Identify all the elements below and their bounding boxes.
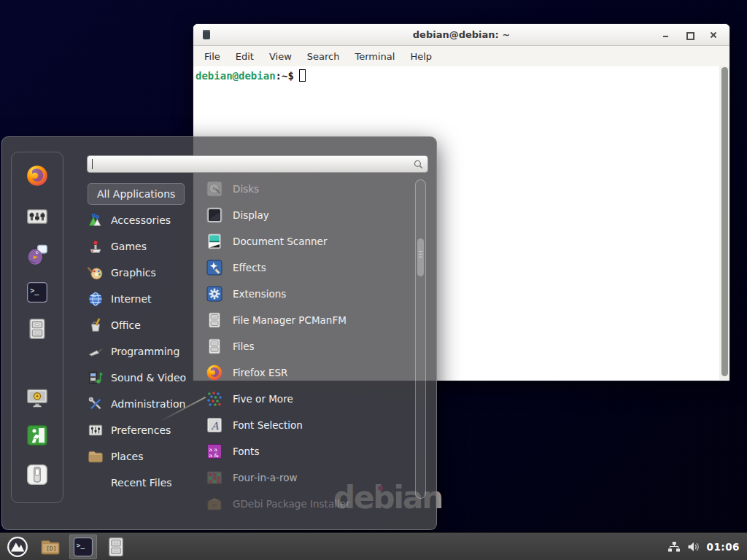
favorite-shutdown[interactable]	[24, 462, 50, 488]
application-list-scrollbar[interactable]	[415, 179, 426, 499]
network-icon[interactable]	[667, 541, 681, 553]
app-label: GDebi Package Installer	[233, 498, 350, 510]
file-cabinet-icon	[206, 311, 223, 329]
favorite-logout[interactable]	[24, 422, 50, 448]
application-list-scrollbar-thumb[interactable]	[417, 238, 424, 276]
sound-video-icon	[88, 370, 104, 386]
taskbar-file-manager-button[interactable]: [D]	[36, 534, 64, 559]
category-accessories[interactable]: Accessories	[88, 207, 204, 233]
terminal-menubar: FileEditViewSearchTerminalHelp	[193, 46, 729, 66]
app-label: Four-in-a-row	[233, 472, 298, 483]
menu-edit[interactable]: Edit	[236, 51, 254, 62]
favorite-file-cabinet[interactable]	[24, 316, 50, 342]
system-tray: 01:06	[667, 541, 747, 553]
taskbar-files-button[interactable]	[102, 534, 130, 559]
preferences-icon	[88, 422, 104, 438]
app-label: Files	[233, 341, 255, 352]
category-recent-files[interactable]: Recent Files	[88, 470, 204, 496]
terminal-scrollbar-thumb[interactable]	[721, 67, 728, 376]
minimize-button[interactable]	[660, 30, 670, 40]
favorite-control-panel[interactable]	[24, 203, 50, 230]
prompt-path-symbol: :~$	[276, 70, 294, 82]
app-file-manager-pcmanfm[interactable]: File Manager PCManFM	[206, 307, 410, 333]
disks-icon	[206, 180, 223, 198]
svg-text:[D]: [D]	[46, 545, 56, 551]
app-display[interactable]: Display	[206, 202, 410, 228]
display-icon	[206, 206, 223, 224]
category-label: Administration	[111, 398, 185, 410]
category-internet[interactable]: Internet	[88, 286, 204, 312]
category-sound-video[interactable]: Sound & Video	[88, 365, 204, 391]
app-gdebi-package-installer[interactable]: GDebi Package Installer	[206, 491, 410, 517]
app-label: Display	[233, 209, 269, 221]
app-files[interactable]: Files	[206, 333, 410, 359]
search-icon	[413, 159, 424, 170]
category-label: Programming	[111, 346, 179, 357]
taskbar: [D]>_ 01:06	[0, 532, 747, 560]
menu-file[interactable]: File	[204, 51, 220, 62]
menu-search[interactable]: Search	[307, 51, 340, 62]
category-label: Places	[111, 451, 144, 462]
app-four-in-a-row[interactable]: Four-in-a-row	[206, 464, 410, 491]
terminal-titlebar[interactable]: debian@debian: ~	[193, 24, 729, 46]
clock[interactable]: 01:06	[707, 541, 740, 553]
app-label: Effects	[233, 262, 266, 273]
terminal-icon: >_	[72, 536, 94, 558]
prompt-line: debian@debian:~$	[193, 66, 729, 82]
favorite-firefox[interactable]	[24, 163, 50, 189]
category-places[interactable]: Places	[88, 443, 204, 470]
app-fonts[interactable]: a aa &Fonts	[206, 438, 410, 464]
four-in-a-row-icon	[206, 469, 223, 486]
category-programming[interactable]: Programming	[88, 338, 204, 365]
application-menu: >_ All ApplicationsAccessoriesGamesGraph…	[1, 136, 437, 530]
category-label: Office	[111, 319, 141, 331]
category-all-applications[interactable]: All Applications	[88, 183, 185, 205]
extensions-icon	[206, 285, 223, 303]
app-label: Five or More	[233, 393, 293, 405]
favorite-terminal[interactable]: >_	[24, 279, 50, 306]
favorite-pidgin[interactable]	[24, 241, 50, 268]
close-button[interactable]	[708, 30, 719, 40]
application-list: DisksDisplayDocument ScannerEffectsExten…	[206, 176, 410, 517]
category-label: Sound & Video	[111, 372, 186, 384]
menu-view[interactable]: View	[269, 51, 292, 62]
firefox-icon	[26, 164, 49, 187]
taskbar-terminal-button[interactable]: >_	[69, 534, 97, 559]
fonts-icon: a aa &	[206, 443, 223, 460]
terminal-icon: >_	[26, 281, 49, 304]
file-cabinet-icon	[26, 317, 49, 341]
app-extensions[interactable]: Extensions	[206, 281, 410, 307]
five-or-more-icon	[206, 390, 223, 408]
menu-help[interactable]: Help	[410, 51, 432, 62]
app-effects[interactable]: Effects	[206, 254, 410, 281]
search-box[interactable]	[87, 155, 428, 173]
menu-terminal[interactable]: Terminal	[355, 51, 395, 62]
app-firefox-esr[interactable]: Firefox ESR	[206, 359, 410, 386]
app-label: Font Selection	[233, 419, 303, 431]
category-label: Graphics	[111, 267, 156, 279]
graphics-icon	[88, 265, 104, 281]
category-preferences[interactable]: Preferences	[88, 417, 204, 443]
file-cabinet-icon	[206, 338, 223, 355]
taskbar-menu-button[interactable]	[4, 534, 31, 559]
effects-icon	[206, 259, 223, 276]
menu-logo-icon	[7, 536, 28, 558]
office-icon	[88, 317, 104, 333]
svg-text:A: A	[211, 420, 220, 432]
terminal-scrollbar[interactable]	[719, 66, 729, 380]
category-games[interactable]: Games	[88, 233, 204, 260]
app-disks[interactable]: Disks	[206, 176, 410, 202]
favorite-lock-screen[interactable]	[24, 384, 50, 411]
category-graphics[interactable]: Graphics	[88, 260, 204, 286]
category-label: All Applications	[97, 188, 175, 200]
category-office[interactable]: Office	[88, 312, 204, 338]
maximize-button[interactable]	[684, 30, 694, 40]
volume-icon[interactable]	[687, 541, 700, 553]
app-document-scanner[interactable]: Document Scanner	[206, 228, 410, 254]
favorites-column: >_	[11, 152, 63, 503]
category-administration[interactable]: Administration	[88, 391, 204, 417]
pidgin-icon	[26, 243, 49, 266]
app-font-selection[interactable]: AFont Selection	[206, 412, 410, 438]
programming-icon	[88, 343, 104, 359]
app-five-or-more[interactable]: Five or More	[206, 386, 410, 412]
